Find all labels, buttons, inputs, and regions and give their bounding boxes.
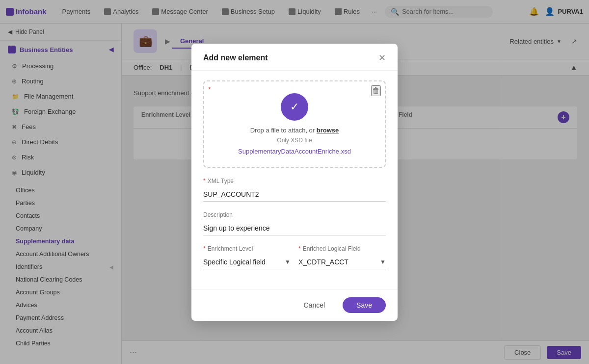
xml-type-label: * XML Type: [203, 178, 386, 184]
enriched-logical-field-select-wrapper: X_CDTR_ACCT ▼: [298, 255, 386, 269]
description-input[interactable]: [203, 221, 386, 235]
enriched-logical-field-col: * Enriched Logical Field X_CDTR_ACCT ▼: [298, 245, 386, 269]
modal-save-button[interactable]: Save: [343, 297, 386, 313]
delete-file-button[interactable]: 🗑: [371, 85, 381, 96]
browse-link[interactable]: browse: [317, 127, 339, 134]
check-icon: ✓: [290, 101, 299, 113]
modal-body: * 🗑 ✓ Drop a file to attach, or browse O…: [191, 71, 398, 289]
drop-text: Drop a file to attach, or browse: [212, 127, 377, 134]
file-drop-zone[interactable]: * 🗑 ✓ Drop a file to attach, or browse O…: [203, 80, 386, 168]
cancel-button[interactable]: Cancel: [292, 297, 337, 313]
modal-dialog: Add new element ✕ * 🗑 ✓ Drop a file to a…: [191, 44, 398, 321]
enrichment-level-col: * Enrichment Level Specific Logical fiel…: [203, 245, 291, 269]
modal-header: Add new element ✕: [191, 44, 398, 71]
modal-close-button[interactable]: ✕: [378, 53, 386, 62]
only-xsd-text: Only XSD file: [212, 137, 377, 144]
upload-success-circle: ✓: [281, 93, 308, 121]
description-group: Description: [203, 211, 386, 235]
modal-footer: Cancel Save: [191, 289, 398, 321]
modal-title: Add new element: [203, 53, 268, 62]
enriched-logical-field-label: * Enriched Logical Field: [298, 245, 386, 252]
description-label: Description: [203, 211, 386, 218]
enrichment-row: * Enrichment Level Specific Logical fiel…: [203, 245, 386, 269]
enriched-logical-field-select[interactable]: X_CDTR_ACCT: [298, 255, 386, 269]
uploaded-file-name: SupplementaryDataAccountEnriche.xsd: [212, 148, 377, 155]
file-required-star: *: [208, 85, 211, 93]
enrichment-level-label: * Enrichment Level: [203, 245, 291, 252]
enrichment-level-select[interactable]: Specific Logical field: [203, 255, 291, 269]
xml-type-group: * XML Type: [203, 178, 386, 202]
xml-type-input[interactable]: [203, 187, 386, 202]
modal-overlay[interactable]: Add new element ✕ * 🗑 ✓ Drop a file to a…: [0, 0, 589, 364]
enrichment-level-select-wrapper: Specific Logical field ▼: [203, 255, 291, 269]
